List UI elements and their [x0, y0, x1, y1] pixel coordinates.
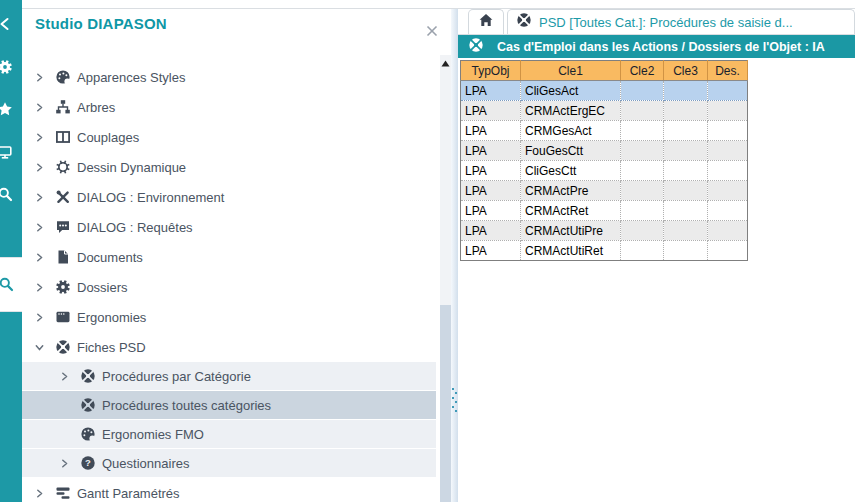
tree-item-label: Procédures par Catégorie — [102, 369, 251, 384]
tree-item-ergonomies[interactable]: Ergonomies — [22, 302, 436, 332]
search-icon — [0, 276, 16, 294]
monitor-icon[interactable] — [0, 144, 15, 162]
cell — [708, 181, 748, 201]
tree-item-dessin-dynamique[interactable]: Dessin Dynamique — [22, 152, 436, 182]
tree-item-dossiers[interactable]: Dossiers — [22, 272, 436, 302]
close-icon[interactable] — [424, 23, 440, 41]
tree-item-label: Apparences Styles — [77, 70, 185, 85]
tree-item-arbres[interactable]: Arbres — [22, 92, 436, 122]
chevron-right-icon[interactable] — [35, 163, 55, 172]
pinwheel-icon — [55, 339, 77, 355]
cell — [708, 121, 748, 141]
star-icon[interactable] — [0, 101, 15, 119]
cell — [664, 81, 708, 101]
cell: LPA — [461, 221, 521, 241]
table-row[interactable]: LPACRMActRet — [461, 201, 748, 221]
document-icon — [55, 249, 77, 265]
table-row[interactable]: LPACRMGesAct — [461, 121, 748, 141]
tree-item-apparences-styles[interactable]: Apparences Styles — [22, 62, 436, 92]
chevron-right-icon[interactable] — [60, 372, 80, 381]
cell: FouGesCtt — [521, 141, 621, 161]
tree-item-procedures-par-categorie[interactable]: Procédures par Catégorie — [22, 362, 436, 390]
chevron-right-icon[interactable] — [35, 489, 55, 498]
tree-item-documents[interactable]: Documents — [22, 242, 436, 272]
pinwheel-icon — [80, 397, 102, 413]
column-header[interactable]: Cle2 — [621, 61, 664, 81]
cell — [621, 241, 664, 261]
cell — [621, 161, 664, 181]
tree-item-dialog-requetes[interactable]: DIALOG : Requêtes — [22, 212, 436, 242]
column-header[interactable]: Cle1 — [521, 61, 621, 81]
chevron-left-icon[interactable] — [0, 16, 15, 34]
cell — [621, 201, 664, 221]
chevron-right-icon[interactable] — [60, 459, 80, 468]
tab-home[interactable] — [468, 9, 504, 34]
table-row[interactable]: LPACRMActPre — [461, 181, 748, 201]
table-row[interactable]: LPACRMActUtiPre — [461, 221, 748, 241]
tab-psd-toutes-cat[interactable]: PSD [Toutes Cat.]: Procédures de saisie … — [507, 9, 855, 34]
tree-item-label: Couplages — [77, 130, 139, 145]
gear-outline-icon — [55, 159, 77, 175]
table-row[interactable]: LPACRMActErgEC — [461, 101, 748, 121]
column-header[interactable]: Cle3 — [664, 61, 708, 81]
cell: CRMActUtiPre — [521, 221, 621, 241]
tree-item-gantt-parametres[interactable]: Gantt Paramétrés — [22, 478, 436, 502]
cell: CliGesCtt — [521, 161, 621, 181]
chevron-right-icon[interactable] — [35, 103, 55, 112]
tree-item-couplages[interactable]: Couplages — [22, 122, 436, 152]
table-row[interactable]: LPACliGesAct — [461, 81, 748, 101]
cell — [621, 221, 664, 241]
question-icon: ? — [80, 455, 102, 471]
cell — [708, 101, 748, 121]
tree-item-label: Dessin Dynamique — [77, 160, 186, 175]
tree-item-label: DIALOG : Requêtes — [77, 220, 193, 235]
chevron-right-icon[interactable] — [35, 253, 55, 262]
table-row[interactable]: LPACRMActUtiRet — [461, 241, 748, 261]
table-row[interactable]: LPACliGesCtt — [461, 161, 748, 181]
cell: LPA — [461, 101, 521, 121]
cell — [621, 181, 664, 201]
cell — [664, 101, 708, 121]
chevron-right-icon[interactable] — [35, 313, 55, 322]
tree-item-dialog-environnement[interactable]: DIALOG : Environnement — [22, 182, 436, 212]
cell: LPA — [461, 141, 521, 161]
cell — [664, 161, 708, 181]
gear-icon[interactable] — [0, 59, 15, 77]
search-icon[interactable] — [0, 186, 15, 204]
tree-item-questionnaires[interactable]: ?Questionnaires — [22, 449, 436, 477]
cell — [708, 201, 748, 221]
cell: CRMActPre — [521, 181, 621, 201]
chevron-down-icon[interactable] — [35, 343, 55, 352]
table-row[interactable]: LPAFouGesCtt — [461, 141, 748, 161]
cell: CRMActUtiRet — [521, 241, 621, 261]
column-header[interactable]: TypObj — [461, 61, 521, 81]
chevron-right-icon[interactable] — [35, 73, 55, 82]
sidebar-scrollbar[interactable] — [440, 55, 451, 502]
cell — [664, 241, 708, 261]
scrollbar-thumb[interactable] — [440, 305, 451, 502]
home-icon — [478, 12, 494, 32]
cell — [621, 101, 664, 121]
chevron-right-icon[interactable] — [35, 283, 55, 292]
tree-item-procedures-toutes-categories[interactable]: Procédures toutes catégories — [22, 391, 436, 419]
tree-item-fiches-psd[interactable]: Fiches PSD — [22, 332, 436, 362]
cell — [664, 201, 708, 221]
tree-item-label: Ergonomies FMO — [102, 427, 204, 442]
chevron-right-icon[interactable] — [35, 133, 55, 142]
triangle-up-icon[interactable] — [440, 55, 451, 71]
tree-item-ergonomies-fmo[interactable]: Ergonomies FMO — [22, 420, 436, 448]
main-panel: PSD [Toutes Cat.]: Procédures de saisie … — [458, 9, 855, 502]
chevron-right-icon[interactable] — [35, 193, 55, 202]
column-header[interactable]: Des. — [708, 61, 748, 81]
cell: LPA — [461, 161, 521, 181]
cell — [664, 141, 708, 161]
palette-icon — [55, 69, 77, 85]
speech-bubble-icon — [55, 219, 77, 235]
chevron-right-icon[interactable] — [35, 223, 55, 232]
rail-active-item[interactable] — [0, 257, 22, 312]
icon-rail — [0, 0, 22, 502]
cell — [708, 241, 748, 261]
tree-item-label: Procédures toutes catégories — [102, 398, 271, 413]
cell: CRMActErgEC — [521, 101, 621, 121]
panel-splitter[interactable] — [451, 9, 458, 502]
